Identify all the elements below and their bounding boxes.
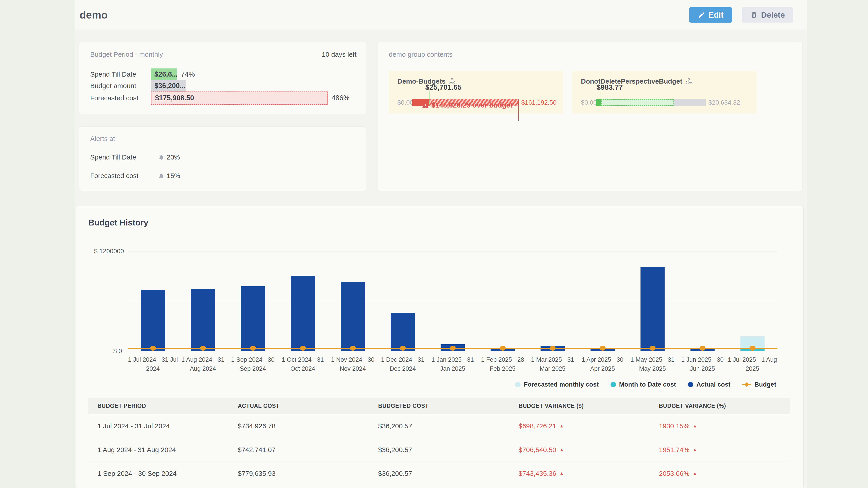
tile-1-min: $0.00 bbox=[581, 99, 596, 106]
variance-value: 1930.15% bbox=[659, 422, 689, 430]
bar-actual-cost[interactable] bbox=[391, 313, 415, 351]
cell-actual-cost: $779,635.93 bbox=[229, 462, 369, 486]
forecasted-cost-box[interactable]: $175,908.50 bbox=[151, 92, 328, 105]
days-left: 10 days left bbox=[322, 51, 356, 58]
budget-marker[interactable] bbox=[400, 346, 406, 351]
legend-item-actual-cost[interactable]: Actual cost bbox=[688, 381, 731, 388]
bell-icon bbox=[158, 154, 164, 160]
trend-up-icon: ▲ bbox=[559, 471, 564, 476]
legend-item-budget[interactable]: Budget bbox=[742, 381, 776, 388]
bar-actual-cost[interactable] bbox=[191, 289, 215, 351]
tile-1-spend-value: $983.77 bbox=[596, 83, 623, 92]
pencil-icon bbox=[698, 11, 705, 19]
alert-forecast-label: Forecasted cost bbox=[90, 172, 158, 180]
legend-label: Actual cost bbox=[696, 381, 731, 388]
chart-legend: Forecasted monthly costMonth to Date cos… bbox=[76, 381, 776, 388]
alerts-card-title: Alerts at bbox=[90, 135, 115, 142]
chart-category bbox=[528, 251, 578, 351]
bar-actual-cost[interactable] bbox=[640, 267, 664, 351]
chart-category bbox=[228, 251, 278, 351]
budget-marker[interactable] bbox=[550, 346, 556, 351]
chart-category bbox=[178, 251, 228, 351]
cell-budgeted-cost: $36,200.57 bbox=[369, 438, 509, 462]
x-axis-label: 1 Dec 2024 - 31 Dec 2024 bbox=[378, 355, 428, 373]
group-contents-title: demo group contents bbox=[389, 51, 453, 58]
delete-button[interactable]: Delete bbox=[742, 7, 794, 23]
budget-marker[interactable] bbox=[600, 346, 606, 351]
budget-marker[interactable] bbox=[650, 346, 655, 351]
legend-item-month-to-date-cost[interactable]: Month to Date cost bbox=[611, 381, 676, 388]
tile-1-progress-bar[interactable] bbox=[596, 99, 706, 106]
budget-amount-label: Budget amount bbox=[90, 82, 151, 90]
x-axis-label: 1 Nov 2024 - 30 Nov 2024 bbox=[328, 355, 378, 373]
alert-spend-label: Spend Till Date bbox=[90, 153, 158, 161]
budget-period-card: Budget Period - monthly 10 days left Spe… bbox=[79, 42, 366, 114]
org-chart-icon bbox=[685, 78, 692, 85]
column-header: BUDGET VARIANCE (%) bbox=[650, 398, 790, 414]
budget-history-table: BUDGET PERIODACTUAL COSTBUDGETED COSTBUD… bbox=[88, 398, 790, 485]
cell-budget-period: 1 Aug 2024 - 31 Aug 2024 bbox=[88, 438, 229, 462]
y-axis-tick-max: $ 1200000 bbox=[94, 248, 124, 255]
tile-0-max: $161,192.50 bbox=[519, 99, 557, 106]
spend-till-date-label: Spend Till Date bbox=[90, 70, 151, 78]
column-header: BUDGET VARIANCE ($) bbox=[509, 398, 650, 414]
budget-marker[interactable] bbox=[700, 346, 706, 351]
budget-marker[interactable] bbox=[350, 346, 356, 351]
page-title: demo bbox=[80, 9, 108, 21]
chart-plot-area bbox=[128, 251, 777, 351]
x-axis-label: 1 Jan 2025 - 31 Jan 2025 bbox=[428, 355, 477, 373]
table-row: 1 Aug 2024 - 31 Aug 2024$742,741.07$36,2… bbox=[88, 438, 790, 462]
column-header: BUDGET PERIOD bbox=[88, 398, 229, 414]
spend-till-date-row: Spend Till Date $26,6... 74% bbox=[90, 68, 356, 80]
forecasted-cost-percent: 486% bbox=[332, 94, 349, 102]
page-header: demo Edit Delete bbox=[74, 0, 807, 30]
legend-swatch bbox=[515, 382, 521, 387]
cell-budget-variance-usd: $743,435.36▲ bbox=[509, 462, 650, 486]
budget-marker[interactable] bbox=[749, 346, 755, 351]
budget-tile-0-name[interactable]: Demo-Budgets bbox=[397, 77, 557, 85]
chart-category bbox=[428, 251, 477, 351]
column-header: ACTUAL COST bbox=[229, 398, 369, 414]
x-axis-label: 1 Jun 2025 - 30 Jun 2025 bbox=[677, 355, 727, 373]
legend-swatch bbox=[742, 384, 751, 385]
edit-button[interactable]: Edit bbox=[689, 7, 732, 23]
warning-icon bbox=[422, 102, 429, 109]
chart-category bbox=[477, 251, 528, 351]
bar-actual-cost[interactable] bbox=[291, 275, 315, 351]
cell-actual-cost: $734,926.78 bbox=[229, 414, 369, 438]
budget-marker[interactable] bbox=[450, 346, 456, 351]
bar-actual-cost[interactable] bbox=[341, 282, 365, 351]
budget-marker[interactable] bbox=[250, 346, 256, 351]
budget-amount-chip[interactable]: $36,200.... bbox=[151, 80, 186, 92]
budget-marker[interactable] bbox=[500, 346, 506, 351]
budget-period-card-title: Budget Period - monthly bbox=[90, 51, 163, 58]
edit-button-label: Edit bbox=[709, 10, 723, 20]
trend-up-icon: ▲ bbox=[692, 471, 697, 476]
bell-icon bbox=[158, 173, 164, 179]
chart-category bbox=[128, 251, 178, 351]
chart-category bbox=[328, 251, 378, 351]
legend-label: Forecasted monthly cost bbox=[524, 381, 598, 388]
legend-item-forecasted-monthly-cost[interactable]: Forecasted monthly cost bbox=[515, 381, 598, 388]
chart-category bbox=[278, 251, 328, 351]
alert-spend-value: 20% bbox=[166, 153, 180, 161]
bar-actual-cost[interactable] bbox=[241, 286, 265, 351]
budget-marker[interactable] bbox=[200, 346, 206, 351]
budget-marker[interactable] bbox=[150, 346, 156, 351]
tile-1-spend-marker bbox=[600, 91, 601, 106]
trash-icon bbox=[750, 11, 757, 19]
cell-budgeted-cost: $36,200.57 bbox=[369, 462, 509, 486]
cell-budgeted-cost: $36,200.57 bbox=[369, 414, 509, 438]
chart-category bbox=[727, 251, 777, 351]
cell-budget-variance-pct: 1951.74%▲ bbox=[650, 438, 790, 462]
x-axis-label: 1 Jul 2024 - 31 Jul 2024 bbox=[128, 355, 178, 373]
legend-label: Budget bbox=[754, 381, 776, 388]
variance-value: $698,726.21 bbox=[519, 422, 556, 430]
budget-marker[interactable] bbox=[300, 346, 306, 351]
cell-budget-variance-usd: $698,726.21▲ bbox=[509, 414, 650, 438]
spend-till-date-chip[interactable]: $26,6... bbox=[151, 68, 177, 80]
forecasted-cost-label: Forecasted cost bbox=[90, 94, 151, 102]
bar-actual-cost[interactable] bbox=[141, 290, 165, 351]
variance-value: $706,540.50 bbox=[519, 446, 556, 453]
spend-till-date-percent: 74% bbox=[181, 70, 195, 78]
